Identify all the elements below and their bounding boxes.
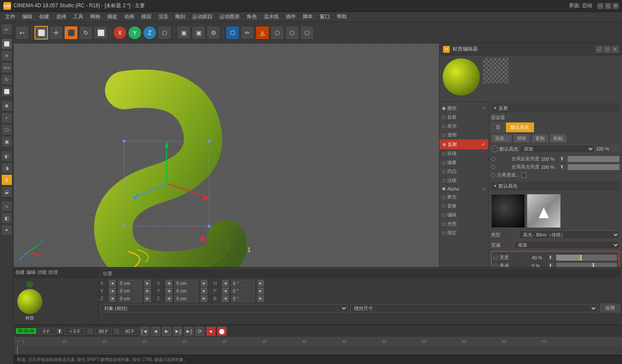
- mat-editor-minimize[interactable]: —: [596, 46, 602, 53]
- menu-snap[interactable]: 捕捉: [104, 12, 121, 21]
- spline-tool[interactable]: ∿: [1, 201, 12, 212]
- menu-render[interactable]: 渲染: [155, 12, 172, 21]
- start-frame-input[interactable]: [64, 328, 85, 335]
- tab-layer[interactable]: 层: [491, 122, 505, 132]
- y-down-button[interactable]: ◄: [109, 287, 116, 294]
- y2-input[interactable]: [175, 287, 198, 294]
- z2-down-button[interactable]: ◄: [165, 295, 172, 302]
- width-dot[interactable]: [494, 256, 498, 260]
- x-input[interactable]: [118, 280, 142, 287]
- channel-alpha[interactable]: Alpha ✓: [440, 185, 488, 193]
- y2-up-button[interactable]: ►: [201, 287, 207, 294]
- loop-button[interactable]: ⟳: [195, 327, 204, 336]
- channel-normal[interactable]: 法线: [440, 176, 488, 185]
- edge-tool[interactable]: ⬡: [1, 124, 12, 135]
- snap3d-button[interactable]: ⬡: [270, 26, 284, 40]
- menu-tools[interactable]: 工具: [70, 12, 87, 21]
- z2-input[interactable]: [175, 295, 198, 302]
- axes-tool[interactable]: ✦: [1, 225, 12, 236]
- channel-edit[interactable]: 编辑: [440, 210, 488, 219]
- undo-tool[interactable]: ↩: [1, 24, 12, 35]
- menu-mograph[interactable]: 运动图形: [216, 12, 243, 21]
- frame-stepper[interactable]: ⬆: [57, 328, 62, 334]
- function-label[interactable]: 功能: [37, 269, 47, 276]
- render-settings-button[interactable]: ⚙: [207, 26, 220, 40]
- b-up-button[interactable]: ►: [257, 295, 264, 302]
- scale-tool[interactable]: ⟺: [1, 62, 12, 73]
- global-reflect-stepper[interactable]: ⬆: [560, 156, 566, 162]
- menu-sculpt[interactable]: 雕刻: [172, 12, 189, 21]
- size-mode-dropdown[interactable]: 绝对尺寸: [350, 304, 598, 313]
- menu-file[interactable]: 文件: [2, 12, 19, 21]
- channel-glow[interactable]: 发光: [440, 122, 488, 131]
- start-frame-stepper[interactable]: [87, 328, 93, 334]
- select-tool[interactable]: ⬜: [1, 38, 12, 49]
- layer-percent-stepper[interactable]: [611, 146, 619, 152]
- x2-input[interactable]: [175, 280, 198, 287]
- p-input[interactable]: [231, 287, 255, 294]
- apply-button[interactable]: 应用: [600, 304, 620, 313]
- world-axis-button[interactable]: ⬡: [158, 26, 171, 40]
- go-end-button[interactable]: ►|: [184, 327, 193, 336]
- menu-select[interactable]: 选择: [53, 12, 70, 21]
- model-tool[interactable]: ◐: [1, 151, 12, 162]
- total-frames-input[interactable]: [121, 328, 138, 335]
- remove-action-button[interactable]: 移除: [513, 134, 530, 143]
- attenuation-slider[interactable]: [556, 263, 617, 267]
- edit-label[interactable]: 编辑: [26, 269, 36, 276]
- z-down-button[interactable]: ◄: [109, 295, 116, 302]
- channel-lighting[interactable]: 光照: [440, 219, 488, 228]
- channel-color[interactable]: 颜色 ✓: [440, 104, 488, 113]
- render-tool[interactable]: ◧: [1, 213, 12, 224]
- menu-edit[interactable]: 编辑: [19, 12, 36, 21]
- h-down-button[interactable]: ◄: [222, 280, 229, 287]
- go-start-button[interactable]: |◄: [140, 327, 149, 336]
- y-up-button[interactable]: ►: [144, 287, 151, 294]
- separate-channel-dot[interactable]: [491, 173, 495, 177]
- current-frame-input[interactable]: [38, 328, 55, 335]
- texture3d-button[interactable]: ◬: [256, 26, 269, 40]
- channel-transparent[interactable]: 透明: [440, 131, 488, 139]
- z-input[interactable]: [118, 295, 142, 302]
- transform-tool[interactable]: ⬜: [1, 86, 12, 97]
- separate-channel-checkbox[interactable]: [521, 173, 526, 178]
- attenuation-dot[interactable]: [494, 264, 498, 267]
- width-stepper[interactable]: ⬆: [548, 255, 554, 261]
- extra2-button[interactable]: ⬡: [300, 26, 314, 40]
- minimize-button[interactable]: —: [597, 3, 603, 9]
- menu-pipeline[interactable]: 流水线: [260, 12, 282, 21]
- point-tool[interactable]: ▪: [1, 112, 12, 123]
- channel-env[interactable]: 环境: [440, 149, 488, 158]
- extra1-button[interactable]: ⬡: [285, 26, 299, 40]
- next-frame-button[interactable]: ►|: [173, 327, 182, 336]
- render-view-button[interactable]: ▣: [192, 26, 205, 40]
- channel-glow2[interactable]: 辉光: [440, 193, 488, 202]
- h-input[interactable]: [231, 280, 255, 287]
- paint-tool[interactable]: ◒: [1, 186, 12, 197]
- channel-displace[interactable]: 置换: [440, 202, 488, 210]
- render-region-button[interactable]: ▣: [177, 26, 190, 40]
- select-rect-button[interactable]: ⬜: [34, 26, 48, 40]
- z-up-button[interactable]: ►: [144, 295, 151, 302]
- close-button[interactable]: ✕: [613, 3, 619, 9]
- b-input[interactable]: [231, 295, 255, 302]
- spec-thumb-dark[interactable]: [491, 194, 525, 228]
- end-frame-input[interactable]: [95, 328, 112, 335]
- copy-action-button[interactable]: 复制: [531, 134, 548, 143]
- select-transform-button[interactable]: ⬜: [94, 26, 108, 40]
- x-axis-button[interactable]: X: [113, 26, 127, 40]
- select-move-button[interactable]: ✛: [49, 26, 63, 40]
- paint-button[interactable]: ✏: [241, 26, 254, 40]
- maximize-button[interactable]: □: [605, 3, 611, 9]
- object-tool[interactable]: ✱: [1, 100, 12, 111]
- menu-character[interactable]: 角色: [243, 12, 260, 21]
- texture-tool[interactable]: S: [1, 174, 12, 185]
- x2-up-button[interactable]: ►: [201, 280, 207, 287]
- menu-animate[interactable]: 动画: [121, 12, 138, 21]
- play-button[interactable]: ►: [162, 327, 171, 336]
- material-item[interactable]: 材质: [14, 278, 98, 324]
- spec-thumb-light[interactable]: [527, 194, 561, 228]
- layer-blend-dropdown[interactable]: 添加: [520, 145, 594, 153]
- view3d-button[interactable]: ⬡: [226, 26, 239, 40]
- global-reflect-dot[interactable]: [491, 157, 495, 161]
